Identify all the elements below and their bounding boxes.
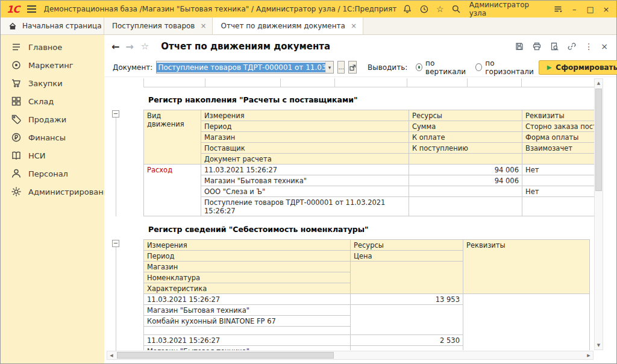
report-cell[interactable]: Магазин: [144, 262, 351, 272]
report-cell[interactable]: Вид движения: [144, 110, 201, 165]
report-cell[interactable]: Нет: [522, 186, 604, 197]
report-cell[interactable]: [522, 154, 604, 165]
report-cell[interactable]: Магазин "Бытовая техника": [144, 305, 351, 316]
search-icon[interactable]: [451, 4, 461, 14]
report-cell[interactable]: Расход: [144, 165, 201, 216]
forward-button[interactable]: →: [125, 41, 133, 52]
sidebar-item-administrirovanie[interactable]: Администрирование: [1, 183, 104, 201]
favorites-star-icon[interactable]: ☆: [436, 4, 444, 14]
clipped-cell[interactable]: [522, 78, 595, 87]
report-cell[interactable]: [351, 346, 463, 351]
report-cell[interactable]: 94 006: [409, 165, 522, 175]
vertical-scroll-thumb[interactable]: [595, 89, 602, 191]
scroll-up-button[interactable]: ▲: [595, 79, 603, 87]
report-cell[interactable]: [409, 154, 522, 165]
collapse-group-button[interactable]: −: [112, 110, 119, 118]
save-button[interactable]: [515, 42, 524, 51]
report-cell[interactable]: [409, 186, 522, 197]
tab-otchet-po-dvizheniyam[interactable]: Отчет по движениям документа ×: [213, 17, 363, 34]
report-cell[interactable]: [522, 175, 604, 186]
notifications-bell-icon[interactable]: [402, 4, 412, 14]
horizontal-scrollbar[interactable]: ◀ ▶: [107, 351, 594, 360]
report-cell[interactable]: Ресурсы: [409, 110, 522, 121]
get-link-button[interactable]: [567, 42, 577, 51]
document-input[interactable]: Поступление товаров ТДРТ-000001 от 11.03…: [156, 61, 334, 74]
current-user-label[interactable]: Администратор узла: [469, 1, 545, 17]
report-cell[interactable]: 13 953: [351, 294, 463, 305]
report-cell[interactable]: 11.03.2021 15:26:27: [144, 294, 351, 305]
report-cell[interactable]: Период: [201, 121, 409, 132]
sidebar-item-personal[interactable]: Персонал: [1, 165, 104, 183]
report-cell[interactable]: Период: [144, 251, 351, 262]
report-cell[interactable]: [351, 262, 463, 294]
clipped-cell[interactable]: [281, 78, 335, 87]
report-cell[interactable]: 2 530: [351, 335, 463, 346]
report-cell[interactable]: Форма оплаты: [522, 132, 604, 143]
sidebar-item-glavnoe[interactable]: Главное: [1, 38, 104, 56]
maximize-button[interactable]: □: [586, 5, 594, 14]
sidebar-item-sklad[interactable]: Склад: [1, 92, 104, 110]
report-cell[interactable]: Магазин "Бытовая техника": [144, 346, 351, 351]
close-report-button[interactable]: ×: [601, 42, 608, 51]
dropdown-button[interactable]: ▾: [325, 61, 334, 73]
report-cell[interactable]: Взаимозачет: [522, 143, 604, 154]
report-cell[interactable]: Документ расчета: [201, 154, 409, 165]
radio-horizontal[interactable]: по горизонтали: [475, 59, 534, 76]
report-cell[interactable]: Характеристика: [144, 283, 351, 294]
report-cell[interactable]: [409, 197, 522, 216]
home-tab[interactable]: Начальная страница: [1, 17, 104, 34]
sidebar-item-nsi[interactable]: НСИ: [1, 146, 104, 165]
report-cell[interactable]: ООО "Слеза и Ъ": [201, 186, 409, 197]
report-cell[interactable]: Комбайн кухонный BINATONE FP 67: [144, 316, 351, 327]
sidebar-item-prodazhi[interactable]: Продажи: [1, 110, 104, 128]
back-button[interactable]: ←: [111, 41, 119, 52]
main-menu-icon[interactable]: [27, 5, 36, 13]
report-cell[interactable]: Поступление товаров ТДРТ-000001 от 11.03…: [201, 197, 409, 216]
minimize-button[interactable]: –: [570, 5, 578, 14]
report-cell[interactable]: Номенклатура: [144, 272, 351, 283]
clipped-cell[interactable]: [143, 78, 205, 87]
open-button[interactable]: [348, 61, 357, 74]
history-icon[interactable]: [419, 4, 429, 14]
close-window-button[interactable]: ×: [602, 5, 610, 14]
scroll-right-button[interactable]: ▶: [584, 351, 593, 359]
report-cell[interactable]: Ресурсы: [351, 240, 463, 251]
sidebar-item-zakupki[interactable]: Закупки: [1, 74, 104, 92]
report-cell[interactable]: К поступлению: [409, 143, 522, 154]
service-menu-icon[interactable]: [553, 4, 563, 14]
radio-vertical[interactable]: по вертикали: [416, 59, 467, 76]
sidebar-item-marketing[interactable]: Маркетинг: [1, 56, 104, 74]
report-cell[interactable]: [463, 294, 590, 351]
report-cell[interactable]: 11.03.2021 15:26:27: [201, 165, 409, 175]
report-cell[interactable]: Сторно заказа поста: [522, 121, 604, 132]
report-cell[interactable]: 11.03.2021 15:26:27: [144, 335, 351, 346]
report-cell[interactable]: Измерения: [201, 110, 409, 121]
tab-postupleniya-tovarov[interactable]: Поступления товаров ×: [104, 17, 213, 34]
horizontal-scroll-thumb[interactable]: [117, 352, 334, 359]
generate-button[interactable]: ▶ Сформировать: [539, 60, 617, 75]
print-button[interactable]: [532, 42, 542, 51]
report-cell[interactable]: Реквизиты: [463, 240, 590, 294]
tab-close-icon[interactable]: ×: [200, 22, 206, 30]
scroll-left-button[interactable]: ◀: [107, 351, 116, 359]
report-cell[interactable]: Магазин "Бытовая техника": [201, 175, 409, 186]
report-cell[interactable]: 94 006: [409, 175, 522, 186]
choose-button[interactable]: ...: [337, 61, 345, 74]
report-cell[interactable]: [144, 327, 351, 335]
report-cell[interactable]: [351, 305, 463, 335]
report-cell[interactable]: Реквизиты: [522, 110, 604, 121]
report-cell[interactable]: Сумма: [409, 121, 522, 132]
report-cell[interactable]: Измерения: [144, 240, 351, 251]
add-to-favorites-star-icon[interactable]: ☆: [141, 41, 149, 52]
collapse-group-button[interactable]: −: [112, 240, 119, 247]
clipped-cell[interactable]: [205, 78, 281, 87]
clipped-cell[interactable]: [335, 78, 407, 87]
more-actions-button[interactable]: ⋮: [584, 42, 593, 51]
vertical-scrollbar[interactable]: ▲ ▼: [594, 78, 603, 350]
report-cell[interactable]: Поставщик: [201, 143, 409, 154]
report-cell[interactable]: Цена: [351, 251, 463, 262]
report-cell[interactable]: К оплате: [409, 132, 522, 143]
tab-close-icon[interactable]: ×: [351, 22, 357, 30]
clipped-cell[interactable]: [407, 78, 468, 87]
clipped-cell[interactable]: [468, 78, 522, 87]
